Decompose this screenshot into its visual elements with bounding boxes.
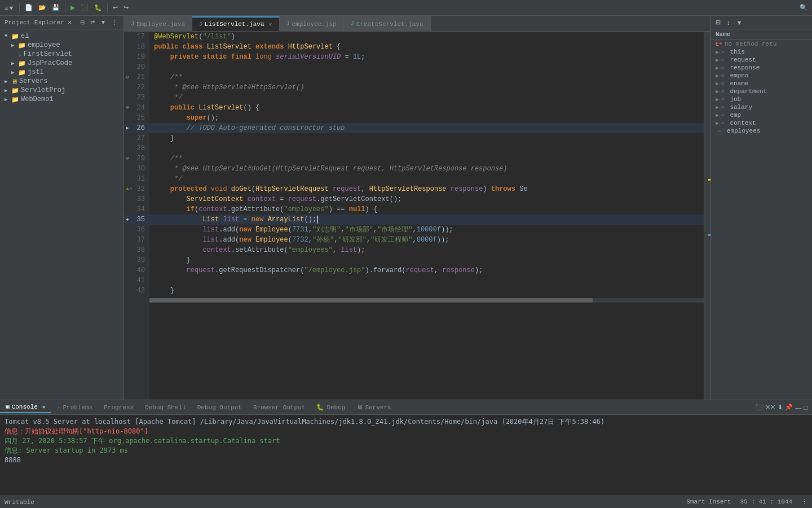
rp-item-context[interactable]: ▶ ○ context <box>711 119 812 127</box>
plain: , <box>413 235 417 245</box>
right-panel-toolbar: ⊟ ↕ ▼ <box>711 16 812 29</box>
toolbar-btn-search[interactable]: 🔍 <box>797 3 810 12</box>
string-employees: "employees" <box>288 245 333 255</box>
toolbar-btn-open[interactable]: 📂 <box>36 3 48 12</box>
plain <box>154 225 202 235</box>
rp-item-error[interactable]: E+ no method retu <box>711 40 812 48</box>
tab-servers[interactable]: 🖥 Servers <box>351 402 396 413</box>
tree-item-firstservlet[interactable]: ☕ FirstServlet <box>0 50 123 59</box>
editor-area: J Employee.java J ListServlet.java ✕ J e… <box>124 16 710 400</box>
rp-item-request[interactable]: ▶ ○ request <box>711 56 812 64</box>
rp-item-empno[interactable]: ▶ ○ empno <box>711 72 812 80</box>
tree-item-servletproj[interactable]: ▶ 📁 ServletProj <box>0 86 123 95</box>
var-icon-request: ○ <box>721 57 727 63</box>
plain: } <box>154 255 191 265</box>
bottom-panel: ▣ Console ✕ ⚠ Problems Progress Debug Sh… <box>0 400 812 496</box>
var-list2: list <box>202 225 219 235</box>
ln-18: 18 <box>124 42 149 52</box>
tree-item-employee[interactable]: ▶ 📁 employee <box>0 41 123 50</box>
rp-item-this[interactable]: ▶ ○ this <box>711 48 812 56</box>
tab-problems[interactable]: ⚠ Problems <box>51 402 98 413</box>
plain <box>178 42 182 52</box>
create-tab-icon: J <box>351 21 354 27</box>
rp-item-salary[interactable]: ▶ ○ salary <box>711 103 812 111</box>
horizontal-scrollbar[interactable] <box>149 298 704 303</box>
plain <box>447 184 451 194</box>
project-tree: ▼ 📁 el ▶ 📁 employee ☕ FirstServlet <box>0 29 123 400</box>
tree-item-jstl[interactable]: ▶ 📁 jstl <box>0 68 123 77</box>
console-stop-btn[interactable]: ⬛ <box>755 404 763 411</box>
toolbar-btn-new[interactable]: 📄 <box>23 3 35 12</box>
code-editor[interactable]: 17 18 19 20 ⊖21 22 23 ⊖24 25 ▶26 27 28 ⊖… <box>124 32 710 400</box>
main-toolbar: ≡▼ 📄 📂 💾 ▶ ⬛ 🐛 ↩ ↪ 🔍 <box>0 0 812 16</box>
code-line-26: // TODO Auto-generated constructor stub <box>149 123 704 133</box>
filter-btn[interactable]: ▼ <box>99 19 108 26</box>
tree-item-webdemo1[interactable]: ▶ 📁 WebDemo1 <box>0 95 123 104</box>
code-line-30: * @see HttpServlet#doGet(HttpServletRequ… <box>149 164 704 174</box>
rp-item-emp[interactable]: ▶ ○ emp <box>711 111 812 119</box>
rp-label-employees: employees <box>727 128 760 134</box>
tree-item-el[interactable]: ▼ 📁 el <box>0 32 123 41</box>
rp-item-ename[interactable]: ▶ ○ ename <box>711 80 812 87</box>
scroll-marker-current <box>708 234 710 236</box>
rp-label-job: job <box>730 96 741 103</box>
plain: , <box>361 184 369 194</box>
view-menu-btn[interactable]: ⋮ <box>110 19 119 26</box>
toolbar-btn-forward[interactable]: ↪ <box>121 3 131 12</box>
kw-new: new <box>239 225 251 235</box>
tab-employee-jsp[interactable]: J employee.jsp <box>280 16 344 31</box>
ln-num: 29 <box>137 154 145 164</box>
tab-debug[interactable]: 🐛 Debug <box>311 402 351 413</box>
toolbar-btn-debug[interactable]: 🐛 <box>92 3 104 12</box>
tab-createservlet-java[interactable]: J CreateServlet.java <box>344 16 431 31</box>
bottom-tab-icons: ⬛ ✕✕ ⬇ 📌 — □ <box>755 404 812 411</box>
class-name: ListServlet <box>207 42 251 52</box>
tab-console[interactable]: ▣ Console ✕ <box>0 401 51 413</box>
tab-close-btn[interactable]: ✕ <box>268 21 272 28</box>
ln-num: 34 <box>137 204 145 214</box>
console-pin-btn[interactable]: 📌 <box>785 404 793 411</box>
rp-item-response[interactable]: ▶ ○ response <box>711 64 812 72</box>
var-icon-employees: ○ <box>718 128 725 134</box>
line-numbers: 17 18 19 20 ⊖21 22 23 ⊖24 25 ▶26 27 28 ⊖… <box>124 32 149 400</box>
tab-listservlet-java[interactable]: J ListServlet.java ✕ <box>192 16 280 31</box>
scrollbar-thumb[interactable] <box>149 298 593 303</box>
toolbar-btn-stop[interactable]: ⬛ <box>78 3 91 12</box>
tree-label-employee: employee <box>28 41 60 49</box>
collapse-all-btn[interactable]: ⊟ <box>78 19 86 26</box>
ln-num: 33 <box>137 194 145 204</box>
tab-debugshell[interactable]: Debug Shell <box>139 402 192 413</box>
link-editor-btn[interactable]: ⇌ <box>89 19 96 26</box>
console-clear-btn[interactable]: ✕✕ <box>765 404 775 411</box>
var-icon-emp: ○ <box>721 112 727 119</box>
toolbar-btn-run[interactable]: ▶ <box>68 3 77 12</box>
plain: (); <box>207 113 219 123</box>
code-content[interactable]: @WebServlet("/list") public class ListSe… <box>149 32 704 400</box>
plain: Se <box>515 184 528 194</box>
plain <box>251 42 255 52</box>
tab-progress[interactable]: Progress <box>98 402 139 413</box>
console-minimize-btn[interactable]: — <box>795 404 801 411</box>
console-content[interactable]: Tomcat v8.5 Server at localhost [Apache … <box>0 415 812 496</box>
rp-collapse-btn[interactable]: ⊟ <box>713 17 723 27</box>
ln-35: ◆35 <box>124 214 149 225</box>
tree-item-jsppraccode[interactable]: ▶ 📁 JspPracCode <box>0 59 123 68</box>
console-maximize-btn[interactable]: □ <box>804 404 807 411</box>
toolbar-btn-back[interactable]: ↩ <box>111 3 120 12</box>
close-icon-console[interactable]: ✕ <box>42 404 46 410</box>
toolbar-btn-1[interactable]: ≡▼ <box>2 3 16 12</box>
rp-filter-btn[interactable]: ▼ <box>734 17 745 27</box>
project-explorer-panel: Project Explorer ✕ ⊟ ⇌ ▼ ⋮ ▼ 📁 el ▶ 📁 em… <box>0 16 124 400</box>
tree-item-servers[interactable]: ▶ 🖥 Servers <box>0 77 123 86</box>
rp-sort-btn[interactable]: ↕ <box>725 17 732 27</box>
tab-browseroutput[interactable]: Browser Output <box>248 402 311 413</box>
tab-employee-java[interactable]: J Employee.java <box>124 16 192 31</box>
rp-item-job[interactable]: ▶ ○ job <box>711 95 812 103</box>
console-scroll-btn[interactable]: ⬇ <box>778 404 783 411</box>
rp-item-employees[interactable]: ○ employees <box>711 127 812 135</box>
plain <box>263 214 267 225</box>
ln-num: 40 <box>137 265 145 275</box>
rp-item-department[interactable]: ▶ ○ department <box>711 87 812 95</box>
toolbar-btn-save[interactable]: 💾 <box>50 3 62 12</box>
tab-debugoutput[interactable]: Debug Output <box>192 402 248 413</box>
